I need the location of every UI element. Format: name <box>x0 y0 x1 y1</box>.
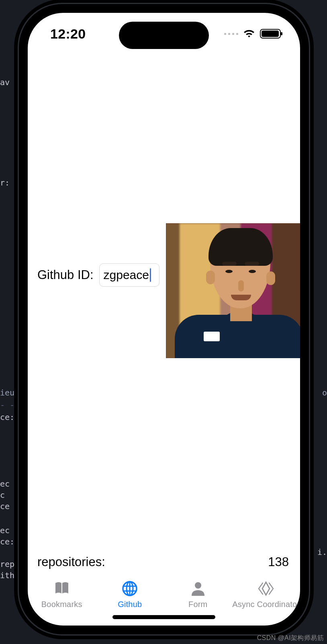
text-caret <box>150 268 151 282</box>
github-id-row: Github ID: zgpeace <box>37 263 300 287</box>
main-content: Github ID: zgpeace repositories: 138 <box>28 55 300 577</box>
github-id-value: zgpeace <box>104 268 149 282</box>
iphone-frame: 12:20 Github ID: <box>19 4 309 634</box>
battery-icon <box>260 29 281 39</box>
tab-label: Github <box>118 600 142 609</box>
tab-label: Form <box>188 600 207 609</box>
repositories-count: 138 <box>268 555 289 569</box>
home-indicator[interactable] <box>112 615 215 619</box>
recording-dots-icon <box>224 33 238 35</box>
bg-code: c <box>0 490 5 500</box>
bg-code: i. <box>317 547 327 557</box>
bg-code: ce: <box>0 536 14 547</box>
wifi-icon <box>243 29 255 38</box>
repositories-row: repositories: 138 <box>37 555 289 569</box>
github-id-input[interactable]: zgpeace <box>99 263 159 287</box>
github-id-label: Github ID: <box>37 268 94 282</box>
bg-code: av <box>0 77 10 88</box>
globe-icon <box>121 580 139 597</box>
bg-code: - - <box>0 400 14 410</box>
tab-label: Async Coordinator <box>232 600 300 609</box>
tab-async-coordinator[interactable]: Async Coordinator <box>232 577 300 626</box>
bg-code: ieue <box>0 387 19 398</box>
book-icon <box>53 580 71 597</box>
watermark: CSDN @AI架构师易筋 <box>257 634 324 642</box>
bg-code: ce: <box>0 412 14 422</box>
bg-code: ec <box>0 525 10 536</box>
dynamic-island <box>119 22 209 49</box>
screen: 12:20 Github ID: <box>28 13 300 626</box>
status-indicators <box>224 29 281 39</box>
chevrons-icon <box>257 580 275 597</box>
bg-code: ce <box>0 501 10 512</box>
avatar-image <box>166 223 300 358</box>
svg-point-5 <box>195 582 201 589</box>
bg-code: r: <box>0 177 10 188</box>
repositories-label: repositories: <box>37 555 105 569</box>
bg-code: ith <box>0 570 14 581</box>
tab-label: Bookmarks <box>41 600 82 609</box>
bg-code: rep <box>0 559 14 569</box>
person-icon <box>189 580 207 597</box>
tab-bookmarks[interactable]: Bookmarks <box>28 577 96 626</box>
status-time: 12:20 <box>50 26 86 42</box>
bg-code: ec <box>0 479 10 489</box>
bg-code: o <box>322 387 327 398</box>
